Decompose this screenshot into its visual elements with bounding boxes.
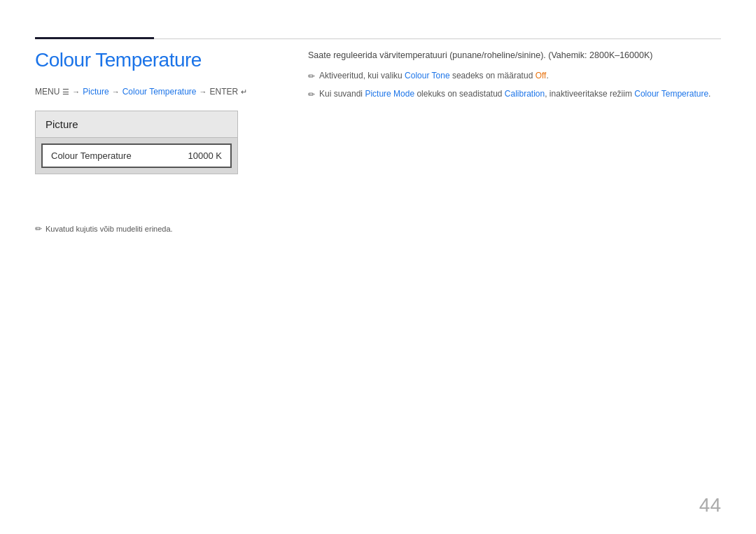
note2-end: , inaktiveeritakse režiim [545, 89, 634, 99]
row-label: Colour Temperature [51, 150, 132, 161]
left-column: Colour Temperature MENU ☰ → Picture → Co… [35, 49, 287, 174]
note2-link1: Picture Mode [365, 89, 414, 99]
description-text: Saate reguleerida värvitemperatuuri (pun… [308, 49, 721, 62]
picture-box-header: Picture [36, 111, 237, 138]
top-divider-accent [35, 37, 154, 39]
picture-box: Picture Colour Temperature 10000 K [35, 111, 238, 174]
right-column: Saate reguleerida värvitemperatuuri (pun… [308, 49, 721, 106]
note1-prefix: Aktiveeritud, kui valiku [319, 71, 405, 80]
picture-box-row: Colour Temperature 10000 K [41, 143, 232, 168]
pencil-icon: ✏ [35, 224, 42, 234]
note1-suffix: . [546, 71, 548, 80]
breadcrumb-enter-icon: ↵ [241, 87, 247, 97]
breadcrumb-arrow2: → [112, 87, 120, 96]
page-title: Colour Temperature [35, 49, 287, 71]
pencil-icon-1: ✏ [308, 70, 315, 83]
breadcrumb-arrow1: → [72, 87, 80, 96]
breadcrumb-link1: Picture [83, 87, 108, 97]
note2-link3: Colour Temperature [634, 89, 708, 99]
page-number: 44 [699, 494, 721, 517]
row-value: 10000 K [188, 150, 222, 161]
note1-content: Aktiveeritud, kui valiku Colour Tone sea… [319, 69, 549, 82]
breadcrumb-arrow3: → [200, 87, 207, 96]
note2-link2: Calibration [505, 89, 545, 99]
note2-prefix: Kui suvandi [319, 89, 365, 99]
note2-suffix: . [708, 89, 710, 99]
note1: ✏ Aktiveeritud, kui valiku Colour Tone s… [308, 69, 721, 83]
breadcrumb-link2: Colour Temperature [122, 87, 197, 97]
breadcrumb: MENU ☰ → Picture → Colour Temperature → … [35, 87, 287, 97]
note1-link2: Off [536, 71, 547, 80]
note2-content: Kui suvandi Picture Mode olekuks on sead… [319, 87, 710, 100]
note2: ✏ Kui suvandi Picture Mode olekuks on se… [308, 87, 721, 101]
note1-link1: Colour Tone [405, 71, 450, 80]
breadcrumb-enter: ENTER [210, 87, 239, 97]
note1-middle: seadeks on määratud [450, 71, 536, 80]
bottom-note: ✏ Kuvatud kujutis võib mudeliti erineda. [35, 224, 173, 234]
menu-icon: ☰ [62, 87, 69, 97]
bottom-note-text: Kuvatud kujutis võib mudeliti erineda. [46, 225, 173, 233]
breadcrumb-menu: MENU [35, 87, 59, 97]
note2-middle: olekuks on seadistatud [414, 89, 505, 99]
pencil-icon-2: ✏ [308, 88, 315, 101]
